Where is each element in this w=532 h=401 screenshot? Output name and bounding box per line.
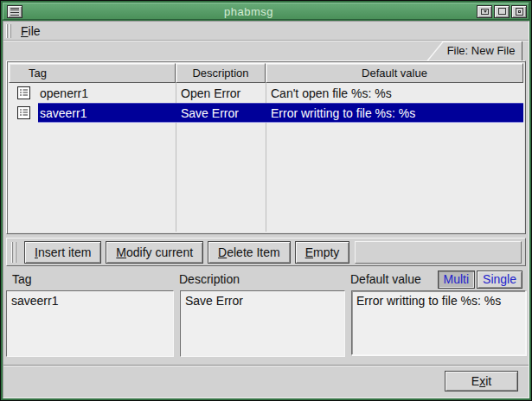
cell-description: Save Error (176, 106, 266, 120)
button-label: mpty (313, 245, 339, 259)
titlebar[interactable]: phabmsg (3, 3, 529, 20)
exit-button[interactable]: Exit (445, 371, 518, 391)
tag-field-label: Tag (6, 272, 177, 286)
maximize-icon (498, 8, 506, 15)
maximize-button[interactable] (494, 5, 510, 18)
delete-item-button[interactable]: Delete Item (208, 241, 291, 264)
button-key: M (116, 245, 126, 259)
description-field-label: Description (177, 272, 349, 286)
cell-tag: openerr1 (38, 86, 176, 100)
tab-file-new-file[interactable]: File: New File (426, 41, 524, 61)
button-key: E (305, 245, 313, 259)
menubar: File (3, 22, 529, 41)
cell-default-value: Error writting to file %s: %s (266, 106, 523, 120)
form-fields: saveerr1 Save Error Error writting to fi… (6, 290, 526, 357)
button-label: nsert item (38, 245, 91, 259)
description-field[interactable]: Save Error (180, 290, 345, 357)
app-window: phabmsg File File: New Fi (0, 0, 532, 401)
row-content: saveerr1 Save Error Error writting to fi… (38, 103, 523, 123)
table-row-selected[interactable]: saveerr1 Save Error Error writting to fi… (9, 103, 523, 123)
window-menu-icon (10, 8, 19, 16)
button-key: x (479, 374, 485, 388)
table-row[interactable]: openerr1 Open Error Can't open file %s: … (9, 83, 523, 103)
menubar-grip-handle[interactable] (6, 24, 12, 38)
menu-file-key: F (21, 24, 29, 38)
restore-icon (516, 8, 523, 16)
tab-label: File: New File (443, 44, 519, 57)
default-value-field-label: Default value (349, 272, 438, 286)
multi-mode-button[interactable]: Multi (438, 271, 476, 289)
toolbar-filler-panel (355, 241, 522, 264)
button-key: D (218, 245, 227, 259)
header-default-value[interactable]: Default value (266, 63, 523, 83)
table-header: Tag Description Default value (9, 63, 523, 83)
edit-form: Tag Description Default value Multi Sing… (6, 269, 526, 357)
button-label: it (485, 374, 491, 388)
message-table: Tag Description Default value (6, 60, 526, 234)
button-label: elete Item (227, 245, 279, 259)
menu-file[interactable]: File (15, 22, 47, 40)
cell-default-value: Can't open file %s: %s (266, 86, 523, 100)
header-tag[interactable]: Tag (9, 63, 176, 83)
cell-description: Open Error (176, 86, 266, 100)
button-label: odify current (126, 245, 193, 259)
toolbar-grip-handle[interactable] (11, 242, 17, 263)
window-title: phabmsg (22, 5, 475, 18)
message-item-icon (9, 103, 38, 123)
restore-button[interactable] (511, 5, 527, 18)
empty-button[interactable]: Empty (295, 241, 350, 264)
menu-file-label: ile (29, 24, 41, 38)
form-labels: Tag Description Default value Multi Sing… (6, 269, 526, 290)
cell-tag: saveerr1 (38, 106, 176, 120)
single-mode-button[interactable]: Single (477, 271, 522, 289)
client-area: File File: New File Tag Description De (3, 21, 529, 398)
default-value-field[interactable]: Error writting to file %s: %s (351, 290, 526, 355)
row-content: openerr1 Open Error Can't open file %s: … (38, 83, 523, 103)
window-menu-button[interactable] (7, 5, 22, 18)
shade-icon (481, 9, 489, 15)
modify-current-button[interactable]: Modify current (106, 241, 203, 264)
tag-field[interactable]: saveerr1 (6, 290, 174, 357)
shade-button[interactable] (477, 5, 492, 18)
footer-bar: Exit (3, 365, 529, 398)
button-label: E (471, 374, 479, 388)
tab-strip: File: New File (6, 41, 526, 60)
header-description[interactable]: Description (176, 63, 266, 83)
insert-item-button[interactable]: Insert item (24, 241, 101, 264)
message-item-icon (9, 83, 38, 103)
toolbar: Insert item Modify current Delete Item E… (6, 238, 526, 266)
